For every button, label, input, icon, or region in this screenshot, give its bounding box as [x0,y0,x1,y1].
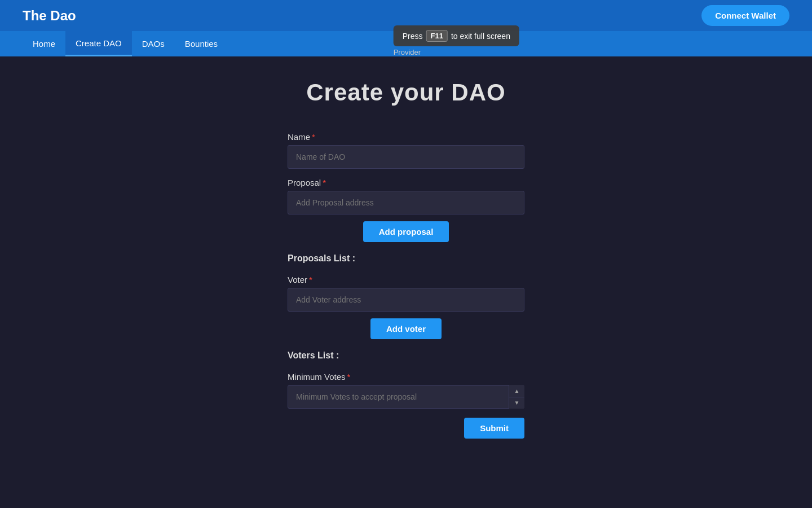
min-votes-wrapper: ▲ ▼ [288,385,524,409]
spinner-up-button[interactable]: ▲ [509,385,524,397]
nav-item-home[interactable]: Home [23,31,65,56]
tooltip-message: to exit full screen [451,32,510,41]
connect-wallet-button[interactable]: Connect Wallet [701,5,789,26]
proposal-required-star: * [323,178,326,187]
spinner-buttons: ▲ ▼ [509,385,524,409]
min-votes-input[interactable] [288,385,524,409]
add-proposal-button[interactable]: Add proposal [363,221,449,242]
navigation: Home Create DAO DAOs Bounties Press F11 … [0,31,812,56]
voter-label: Voter* [288,275,524,284]
tooltip-press: Press [403,32,423,41]
spinner-down-button[interactable]: ▼ [509,397,524,409]
nav-item-create-dao[interactable]: Create DAO [65,31,132,56]
name-input[interactable] [288,145,524,169]
proposal-input[interactable] [288,191,524,214]
fullscreen-tooltip: Press F11 to exit full screen Provider [394,25,519,46]
provider-text: Provider [394,48,421,56]
submit-button[interactable]: Submit [464,418,524,439]
min-votes-required-star: * [347,372,351,382]
proposals-list-label: Proposals List : [288,253,524,264]
site-logo: The Dao [23,8,76,24]
proposal-label: Proposal* [288,178,524,187]
main-content: Create your DAO Name* Proposal* Add prop… [0,56,812,508]
voter-input[interactable] [288,288,524,312]
min-votes-label: Minimum Votes* [288,372,524,382]
f11-key-badge: F11 [426,30,447,42]
create-dao-form: Name* Proposal* Add proposal Proposals L… [288,123,524,439]
add-voter-button[interactable]: Add voter [370,318,442,339]
voter-required-star: * [309,275,312,284]
nav-item-daos[interactable]: DAOs [132,31,175,56]
voters-list-label: Voters List : [288,351,524,361]
nav-item-bounties[interactable]: Bounties [175,31,228,56]
name-label: Name* [288,132,524,142]
page-title: Create your DAO [306,79,505,106]
name-required-star: * [312,132,315,142]
